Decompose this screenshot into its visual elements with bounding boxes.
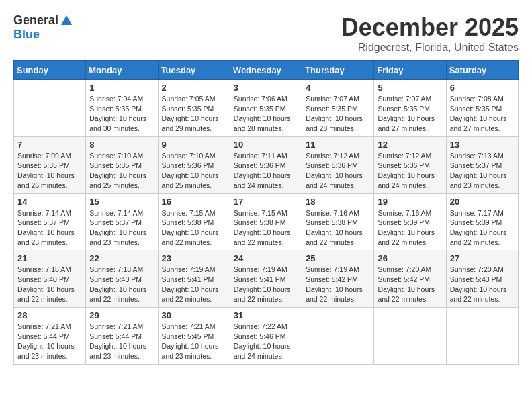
weekday-header-monday: Monday xyxy=(86,61,158,80)
calendar-cell: 4Sunrise: 7:07 AM Sunset: 5:35 PM Daylig… xyxy=(302,80,374,137)
logo-general-text: General xyxy=(13,13,58,28)
day-info: Sunrise: 7:22 AM Sunset: 5:46 PM Dayligh… xyxy=(234,322,298,361)
calendar-cell: 8Sunrise: 7:10 AM Sunset: 5:35 PM Daylig… xyxy=(86,136,158,193)
day-info: Sunrise: 7:19 AM Sunset: 5:42 PM Dayligh… xyxy=(306,265,370,304)
day-info: Sunrise: 7:21 AM Sunset: 5:44 PM Dayligh… xyxy=(89,322,154,361)
day-info: Sunrise: 7:19 AM Sunset: 5:41 PM Dayligh… xyxy=(162,265,226,304)
day-info: Sunrise: 7:09 AM Sunset: 5:35 PM Dayligh… xyxy=(17,151,82,191)
logo-blue-text: Blue xyxy=(13,28,40,42)
day-number: 24 xyxy=(234,253,298,263)
calendar-cell: 15Sunrise: 7:14 AM Sunset: 5:37 PM Dayli… xyxy=(86,193,158,250)
day-info: Sunrise: 7:10 AM Sunset: 5:35 PM Dayligh… xyxy=(89,151,154,191)
day-number: 13 xyxy=(450,140,515,150)
day-number: 10 xyxy=(234,140,298,150)
day-number: 17 xyxy=(234,197,298,207)
day-info: Sunrise: 7:07 AM Sunset: 5:35 PM Dayligh… xyxy=(378,94,442,134)
day-number: 29 xyxy=(89,310,154,320)
day-info: Sunrise: 7:11 AM Sunset: 5:36 PM Dayligh… xyxy=(234,151,298,191)
day-number: 27 xyxy=(450,253,515,263)
calendar-cell: 23Sunrise: 7:19 AM Sunset: 5:41 PM Dayli… xyxy=(158,250,230,308)
calendar-cell: 11Sunrise: 7:12 AM Sunset: 5:36 PM Dayli… xyxy=(302,136,374,193)
calendar-cell: 21Sunrise: 7:18 AM Sunset: 5:40 PM Dayli… xyxy=(14,250,86,308)
day-info: Sunrise: 7:16 AM Sunset: 5:39 PM Dayligh… xyxy=(378,208,442,248)
day-info: Sunrise: 7:06 AM Sunset: 5:35 PM Dayligh… xyxy=(234,94,298,134)
day-number: 23 xyxy=(162,253,226,263)
calendar-cell: 5Sunrise: 7:07 AM Sunset: 5:35 PM Daylig… xyxy=(374,80,446,137)
calendar-cell: 22Sunrise: 7:18 AM Sunset: 5:40 PM Dayli… xyxy=(86,250,158,308)
day-info: Sunrise: 7:13 AM Sunset: 5:37 PM Dayligh… xyxy=(450,151,515,191)
day-number: 12 xyxy=(378,140,442,150)
day-number: 19 xyxy=(378,197,442,207)
weekday-header-row: SundayMondayTuesdayWednesdayThursdayFrid… xyxy=(14,61,519,80)
day-number: 5 xyxy=(378,83,442,93)
day-info: Sunrise: 7:18 AM Sunset: 5:40 PM Dayligh… xyxy=(17,265,82,304)
day-info: Sunrise: 7:21 AM Sunset: 5:45 PM Dayligh… xyxy=(162,322,226,361)
day-number: 14 xyxy=(17,197,82,207)
day-number: 25 xyxy=(306,253,370,263)
calendar-cell xyxy=(302,308,374,365)
day-info: Sunrise: 7:17 AM Sunset: 5:39 PM Dayligh… xyxy=(450,208,515,248)
day-number: 11 xyxy=(306,140,370,150)
calendar-cell: 28Sunrise: 7:21 AM Sunset: 5:44 PM Dayli… xyxy=(14,308,86,365)
calendar-cell: 27Sunrise: 7:20 AM Sunset: 5:43 PM Dayli… xyxy=(446,250,518,308)
calendar-week-row-4: 21Sunrise: 7:18 AM Sunset: 5:40 PM Dayli… xyxy=(14,250,519,308)
weekday-header-friday: Friday xyxy=(374,61,446,80)
calendar-cell: 14Sunrise: 7:14 AM Sunset: 5:37 PM Dayli… xyxy=(14,193,86,250)
calendar-cell: 19Sunrise: 7:16 AM Sunset: 5:39 PM Dayli… xyxy=(374,193,446,250)
day-info: Sunrise: 7:15 AM Sunset: 5:38 PM Dayligh… xyxy=(234,208,298,248)
day-info: Sunrise: 7:05 AM Sunset: 5:35 PM Dayligh… xyxy=(162,94,226,134)
weekday-header-wednesday: Wednesday xyxy=(230,61,302,80)
location-title: Ridgecrest, Florida, United States xyxy=(341,42,519,54)
day-info: Sunrise: 7:20 AM Sunset: 5:43 PM Dayligh… xyxy=(450,265,515,304)
weekday-header-thursday: Thursday xyxy=(302,61,374,80)
calendar-week-row-3: 14Sunrise: 7:14 AM Sunset: 5:37 PM Dayli… xyxy=(14,193,519,250)
day-info: Sunrise: 7:07 AM Sunset: 5:35 PM Dayligh… xyxy=(306,94,370,134)
day-number: 8 xyxy=(89,140,154,150)
logo-triangle-icon xyxy=(61,15,72,25)
weekday-header-tuesday: Tuesday xyxy=(158,61,230,80)
calendar-cell xyxy=(374,308,446,365)
calendar-cell: 30Sunrise: 7:21 AM Sunset: 5:45 PM Dayli… xyxy=(158,308,230,365)
calendar-table: SundayMondayTuesdayWednesdayThursdayFrid… xyxy=(13,60,519,365)
calendar-cell: 9Sunrise: 7:10 AM Sunset: 5:36 PM Daylig… xyxy=(158,136,230,193)
calendar-cell: 20Sunrise: 7:17 AM Sunset: 5:39 PM Dayli… xyxy=(446,193,518,250)
weekday-header-saturday: Saturday xyxy=(446,61,518,80)
header: General Blue December 2025 Ridgecrest, F… xyxy=(13,13,519,54)
calendar-cell: 2Sunrise: 7:05 AM Sunset: 5:35 PM Daylig… xyxy=(158,80,230,137)
day-info: Sunrise: 7:15 AM Sunset: 5:38 PM Dayligh… xyxy=(162,208,226,248)
day-info: Sunrise: 7:19 AM Sunset: 5:41 PM Dayligh… xyxy=(234,265,298,304)
calendar-cell: 31Sunrise: 7:22 AM Sunset: 5:46 PM Dayli… xyxy=(230,308,302,365)
day-number: 31 xyxy=(234,310,298,320)
calendar-cell: 16Sunrise: 7:15 AM Sunset: 5:38 PM Dayli… xyxy=(158,193,230,250)
day-info: Sunrise: 7:18 AM Sunset: 5:40 PM Dayligh… xyxy=(89,265,154,304)
calendar-cell: 29Sunrise: 7:21 AM Sunset: 5:44 PM Dayli… xyxy=(86,308,158,365)
day-number: 18 xyxy=(306,197,370,207)
day-info: Sunrise: 7:12 AM Sunset: 5:36 PM Dayligh… xyxy=(306,151,370,191)
day-number: 9 xyxy=(162,140,226,150)
day-number: 20 xyxy=(450,197,515,207)
day-info: Sunrise: 7:08 AM Sunset: 5:35 PM Dayligh… xyxy=(450,94,515,134)
calendar-cell xyxy=(446,308,518,365)
calendar-cell: 12Sunrise: 7:12 AM Sunset: 5:36 PM Dayli… xyxy=(374,136,446,193)
calendar-cell: 6Sunrise: 7:08 AM Sunset: 5:35 PM Daylig… xyxy=(446,80,518,137)
day-number: 28 xyxy=(17,310,82,320)
day-number: 1 xyxy=(89,83,154,93)
calendar-cell: 10Sunrise: 7:11 AM Sunset: 5:36 PM Dayli… xyxy=(230,136,302,193)
calendar-cell: 26Sunrise: 7:20 AM Sunset: 5:42 PM Dayli… xyxy=(374,250,446,308)
day-number: 4 xyxy=(306,83,370,93)
day-number: 21 xyxy=(17,253,82,263)
day-info: Sunrise: 7:14 AM Sunset: 5:37 PM Dayligh… xyxy=(89,208,154,248)
day-number: 22 xyxy=(89,253,154,263)
calendar-cell: 24Sunrise: 7:19 AM Sunset: 5:41 PM Dayli… xyxy=(230,250,302,308)
day-number: 16 xyxy=(162,197,226,207)
weekday-header-sunday: Sunday xyxy=(14,61,86,80)
day-number: 15 xyxy=(89,197,154,207)
day-info: Sunrise: 7:16 AM Sunset: 5:38 PM Dayligh… xyxy=(306,208,370,248)
calendar-cell: 17Sunrise: 7:15 AM Sunset: 5:38 PM Dayli… xyxy=(230,193,302,250)
calendar-week-row-2: 7Sunrise: 7:09 AM Sunset: 5:35 PM Daylig… xyxy=(14,136,519,193)
day-info: Sunrise: 7:12 AM Sunset: 5:36 PM Dayligh… xyxy=(378,151,442,191)
day-number: 7 xyxy=(17,140,82,150)
day-info: Sunrise: 7:10 AM Sunset: 5:36 PM Dayligh… xyxy=(162,151,226,191)
calendar-week-row-5: 28Sunrise: 7:21 AM Sunset: 5:44 PM Dayli… xyxy=(14,308,519,365)
day-number: 30 xyxy=(162,310,226,320)
